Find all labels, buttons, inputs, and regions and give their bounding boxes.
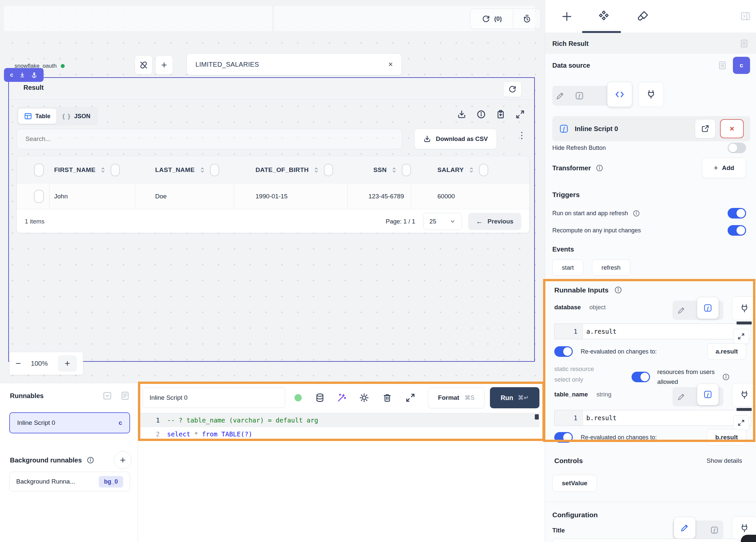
collapse-panel-icon[interactable]	[740, 11, 750, 21]
column-toggle[interactable]	[479, 164, 488, 176]
function-mode-icon[interactable]: f	[697, 297, 719, 319]
move-down-icon[interactable]	[19, 72, 25, 78]
anchor-icon[interactable]	[31, 72, 37, 78]
reeval-toggle[interactable]	[554, 432, 573, 443]
sort-icon[interactable]	[199, 166, 206, 174]
info-icon[interactable]	[633, 210, 640, 217]
expand-value-editor-button[interactable]	[733, 329, 749, 344]
components-tab[interactable]	[597, 10, 610, 23]
download-icon[interactable]	[457, 110, 466, 119]
add-component-tab[interactable]	[561, 11, 573, 22]
resources-from-users-toggle[interactable]	[632, 372, 650, 382]
info-icon[interactable]	[476, 110, 486, 119]
plug-mode-button[interactable]	[732, 296, 756, 320]
column-header[interactable]: SALARY	[437, 156, 488, 184]
column-toggle[interactable]	[402, 164, 411, 176]
info-icon[interactable]	[86, 456, 94, 464]
list-view-icon[interactable]	[120, 391, 130, 400]
script-name-input[interactable]	[143, 388, 285, 408]
code-mode-icon[interactable]	[607, 82, 632, 107]
row-checkbox[interactable]	[34, 190, 44, 203]
source-component-badge[interactable]: c	[733, 57, 750, 74]
database-value-editor[interactable]: 1 a.result	[554, 323, 751, 339]
pencil-mode-icon[interactable]	[674, 517, 696, 539]
event-chip-refresh[interactable]: refresh	[592, 259, 630, 276]
recompute-toggle[interactable]	[728, 225, 746, 236]
sort-icon[interactable]	[313, 166, 320, 174]
disconnect-button[interactable]	[135, 55, 153, 75]
pencil-mode-icon[interactable]	[677, 392, 686, 401]
column-header[interactable]: DATE_OF_BIRTH	[256, 156, 333, 184]
plug-mode-button[interactable]	[638, 82, 664, 107]
code-editor[interactable]: 1 -- ? table_name (varchar) = default ar…	[138, 413, 539, 453]
download-csv-button[interactable]: Download as CSV	[414, 129, 497, 149]
column-toggle[interactable]	[111, 164, 120, 176]
pencil-mode-icon[interactable]	[677, 306, 686, 315]
control-chip-setvalue[interactable]: setValue	[552, 475, 597, 492]
styles-tab[interactable]	[636, 10, 649, 23]
page-size-select[interactable]: 25	[423, 213, 462, 230]
reeval-toggle[interactable]	[554, 346, 573, 357]
runnable-item-background[interactable]: Background Runna... bg_0	[9, 472, 130, 491]
dependency-chip[interactable]: a.result	[707, 343, 746, 360]
column-toggle[interactable]	[210, 164, 219, 176]
sort-icon[interactable]	[391, 166, 398, 174]
sort-icon[interactable]	[468, 166, 475, 174]
column-header[interactable]: SSN	[373, 156, 411, 184]
mini-scrollbar-thumb[interactable]	[737, 322, 752, 324]
info-icon[interactable]	[722, 373, 730, 381]
hide-refresh-toggle[interactable]	[728, 143, 746, 153]
table-name-value-editor[interactable]: 1 b.result	[554, 410, 751, 426]
kebab-menu-icon[interactable]: ⋮	[517, 130, 526, 141]
expand-editor-icon[interactable]	[405, 393, 415, 403]
add-query-button[interactable]: +	[155, 55, 173, 75]
editor-scrollbar-thumb[interactable]	[535, 414, 539, 420]
add-transformer-button[interactable]: + Add	[702, 158, 746, 178]
format-button[interactable]: Format ⌘S	[428, 387, 485, 408]
function-mode-icon[interactable]: f	[575, 91, 584, 100]
remove-script-button[interactable]: ×	[720, 119, 744, 138]
search-input[interactable]	[25, 135, 394, 143]
copy-result-icon[interactable]	[496, 110, 505, 119]
info-icon[interactable]	[614, 286, 622, 294]
select-all-checkbox[interactable]	[34, 163, 44, 177]
add-background-runnable-button[interactable]: +	[114, 451, 132, 469]
runnable-item-inline-script[interactable]: Inline Script 0 c	[9, 412, 130, 433]
zoom-in-button[interactable]: +	[58, 355, 77, 372]
expand-value-editor-button[interactable]	[733, 415, 749, 430]
tab-table[interactable]: Table	[18, 109, 56, 124]
result-refresh-button[interactable]	[503, 81, 522, 97]
info-icon[interactable]	[596, 164, 603, 172]
history-button[interactable]	[513, 9, 540, 29]
dependency-chip[interactable]: b.result	[707, 429, 746, 446]
show-details-link[interactable]: Show details	[706, 457, 742, 464]
settings-gear-icon[interactable]	[359, 393, 369, 403]
refresh-count-button[interactable]: (0)	[470, 9, 513, 29]
function-mode-icon[interactable]: f	[697, 384, 719, 405]
open-script-button[interactable]	[695, 119, 715, 138]
ai-wand-icon[interactable]	[337, 393, 347, 403]
fullscreen-icon[interactable]	[515, 110, 525, 119]
pencil-mode-icon[interactable]	[556, 91, 565, 100]
collapse-all-icon[interactable]	[103, 391, 112, 400]
database-icon[interactable]	[315, 393, 325, 403]
rich-result-component[interactable]: Result Table { } JSON	[8, 77, 535, 362]
function-mode-icon[interactable]: f	[710, 526, 719, 534]
plug-mode-button[interactable]	[732, 383, 756, 407]
column-header[interactable]: LAST_NAME	[155, 156, 219, 184]
table-select-input[interactable]: LIMITED_SALARIES ×	[187, 53, 402, 75]
tab-json[interactable]: { } JSON	[56, 109, 96, 124]
run-on-start-toggle[interactable]	[728, 208, 746, 219]
event-chip-start[interactable]: start	[552, 259, 583, 276]
data-source-script-row[interactable]: f Inline Script 0 ×	[552, 116, 750, 141]
clear-icon[interactable]: ×	[388, 60, 393, 69]
mini-scrollbar-thumb[interactable]	[737, 408, 752, 411]
title-field-input[interactable]	[552, 539, 739, 542]
sort-icon[interactable]	[99, 166, 107, 174]
previous-page-button[interactable]: ← Previous	[468, 213, 521, 230]
column-toggle[interactable]	[324, 164, 333, 176]
run-button[interactable]: Run ⌘↵	[490, 387, 539, 408]
delete-icon[interactable]	[382, 393, 392, 403]
column-header[interactable]: FIRST_NAME	[54, 156, 120, 184]
zoom-out-button[interactable]: −	[16, 358, 21, 369]
